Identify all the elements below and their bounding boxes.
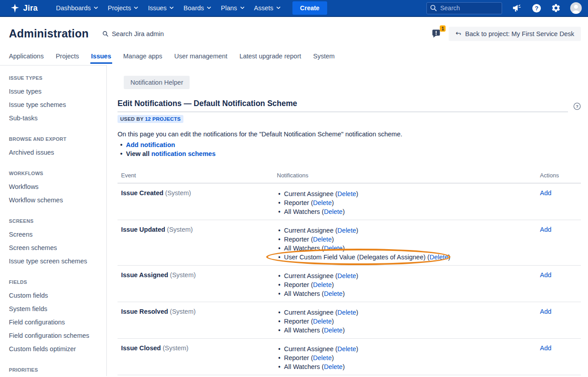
notification-recipient: All Watchers ( xyxy=(284,327,324,334)
sidebar-item-archived-issues[interactable]: Archived issues xyxy=(0,146,106,159)
notification-close-paren: ) xyxy=(343,245,345,252)
create-button[interactable]: Create xyxy=(292,1,327,15)
notification-item: Current Assignee (Delete) xyxy=(277,226,540,235)
event-type: (System) xyxy=(170,308,196,315)
notification-item: Reporter (Delete) xyxy=(277,317,540,326)
search-icon xyxy=(430,4,437,13)
sidebar-item-issue-types[interactable]: Issue types xyxy=(0,85,106,98)
delete-link[interactable]: Delete xyxy=(337,309,356,316)
delete-link[interactable]: Delete xyxy=(430,254,448,261)
tab-issues[interactable]: Issues xyxy=(90,50,112,64)
delete-link[interactable]: Delete xyxy=(324,245,343,252)
delete-link[interactable]: Delete xyxy=(313,281,332,288)
svg-text:?: ? xyxy=(576,104,579,109)
sidebar-item-custom-fields[interactable]: Custom fields xyxy=(0,289,106,302)
sidebar-item-field-configuration-schemes[interactable]: Field configuration schemes xyxy=(0,329,106,342)
tab-manage-apps[interactable]: Manage apps xyxy=(122,50,163,64)
navbar-item-label: Dashboards xyxy=(56,4,91,12)
sidebar-item-custom-fields-optimizer[interactable]: Custom fields optimizer xyxy=(0,342,106,356)
event-name: Issue Created xyxy=(121,189,163,197)
main-content: Notification Helper Edit Notifications —… xyxy=(107,65,588,376)
sidebar-item-screen-schemes[interactable]: Screen schemes xyxy=(0,241,106,254)
heading-row: Edit Notifications — Default Notificatio… xyxy=(118,99,581,112)
notifications-cell: Current Assignee (Delete)Reporter (Delet… xyxy=(277,226,540,262)
navbar-item-assets[interactable]: Assets xyxy=(249,1,286,15)
notification-recipient: All Watchers ( xyxy=(284,290,324,297)
delete-link[interactable]: Delete xyxy=(324,290,343,297)
settings-gear-icon[interactable] xyxy=(551,3,561,13)
tab-system[interactable]: System xyxy=(312,50,336,64)
delete-link[interactable]: Delete xyxy=(313,318,332,325)
notification-helper-button[interactable]: Notification Helper xyxy=(124,76,190,89)
notification-schemes-link[interactable]: notification schemes xyxy=(151,150,215,157)
delete-link[interactable]: Delete xyxy=(337,190,356,197)
notification-close-paren: ) xyxy=(332,236,334,243)
notification-recipient: Reporter ( xyxy=(284,199,313,206)
sidebar-item-screens[interactable]: Screens xyxy=(0,228,106,241)
sidebar-section-title: ISSUE TYPES xyxy=(0,75,106,81)
sidebar-item-sub-tasks[interactable]: Sub-tasks xyxy=(0,111,106,125)
tab-user-management[interactable]: User management xyxy=(174,50,228,64)
navbar-item-boards[interactable]: Boards xyxy=(178,1,216,15)
back-to-project-button[interactable]: ↩ Back to project: My First Service Desk xyxy=(449,27,581,41)
notification-close-paren: ) xyxy=(343,208,345,215)
notification-item: Reporter (Delete) xyxy=(277,280,540,289)
add-link[interactable]: Add xyxy=(540,271,552,279)
navbar-item-dashboards[interactable]: Dashboards xyxy=(51,1,103,15)
sidebar-section-title: SCREENS xyxy=(0,218,106,224)
jira-logo[interactable]: Jira xyxy=(10,3,38,13)
sidebar-item-system-fields[interactable]: System fields xyxy=(0,302,106,316)
delete-link[interactable]: Delete xyxy=(324,208,343,215)
feedback-bubble-icon[interactable]: 1 xyxy=(431,28,443,40)
tab-projects[interactable]: Projects xyxy=(55,50,80,64)
delete-link[interactable]: Delete xyxy=(337,227,356,234)
actions-cell: Add xyxy=(540,308,581,335)
sidebar-item-workflows[interactable]: Workflows xyxy=(0,180,106,193)
sidebar-section-screens: SCREENSScreensScreen schemesIssue type s… xyxy=(0,218,106,268)
delete-link[interactable]: Delete xyxy=(324,327,343,334)
tab-applications[interactable]: Applications xyxy=(8,50,45,64)
heading-wrap: Edit Notifications — Default Notificatio… xyxy=(118,99,568,112)
used-by-projects-badge[interactable]: USED BY 12 PROJECTS xyxy=(118,115,183,123)
navbar-item-plans[interactable]: Plans xyxy=(216,1,249,15)
used-by-label: USED BY xyxy=(120,116,143,122)
sidebar-section-fields: FIELDSCustom fieldsSystem fieldsField co… xyxy=(0,279,106,356)
tab-latest-upgrade-report[interactable]: Latest upgrade report xyxy=(239,50,302,64)
context-help-icon[interactable]: ? xyxy=(573,102,581,110)
sidebar-item-workflow-schemes[interactable]: Workflow schemes xyxy=(0,193,106,207)
notification-item: Reporter (Delete) xyxy=(277,353,540,362)
event-type: (System) xyxy=(170,271,196,279)
help-icon[interactable]: ? xyxy=(531,3,542,13)
notifications-cell: Current Assignee (Delete)Reporter (Delet… xyxy=(277,271,540,298)
add-link[interactable]: Add xyxy=(540,226,552,233)
delete-link[interactable]: Delete xyxy=(313,199,332,206)
announcements-icon[interactable] xyxy=(511,3,522,13)
notification-item: Current Assignee (Delete) xyxy=(277,189,540,198)
delete-link[interactable]: Delete xyxy=(337,345,356,352)
sidebar-item-issue-type-screen-schemes[interactable]: Issue type screen schemes xyxy=(0,254,106,268)
table-header-row: Event Notifications Actions xyxy=(118,169,581,184)
navbar-item-label: Plans xyxy=(221,4,237,12)
notification-close-paren: ) xyxy=(343,290,345,297)
delete-link[interactable]: Delete xyxy=(313,354,332,361)
sidebar-item-issue-type-schemes[interactable]: Issue type schemes xyxy=(0,98,106,111)
navbar-item-projects[interactable]: Projects xyxy=(103,1,143,15)
search-input[interactable] xyxy=(426,2,502,14)
sidebar-section-title: FIELDS xyxy=(0,279,106,285)
issues-sidebar: ISSUE TYPESIssue typesIssue type schemes… xyxy=(0,65,107,376)
delete-link[interactable]: Delete xyxy=(324,363,343,370)
admin-search[interactable]: Search Jira admin xyxy=(102,30,164,37)
add-link[interactable]: Add xyxy=(540,308,552,315)
user-avatar[interactable] xyxy=(570,2,582,14)
notification-item: All Watchers (Delete) xyxy=(277,289,540,298)
delete-link[interactable]: Delete xyxy=(313,236,332,243)
delete-link[interactable]: Delete xyxy=(337,272,356,279)
column-header-notifications: Notifications xyxy=(277,172,540,179)
brand-name: Jira xyxy=(23,4,38,13)
navbar-item-issues[interactable]: Issues xyxy=(143,1,178,15)
actions-cell: Add xyxy=(540,344,581,371)
add-notification-link[interactable]: Add notification xyxy=(126,141,175,148)
sidebar-item-field-configurations[interactable]: Field configurations xyxy=(0,316,106,329)
add-link[interactable]: Add xyxy=(540,344,552,352)
add-link[interactable]: Add xyxy=(540,189,552,197)
